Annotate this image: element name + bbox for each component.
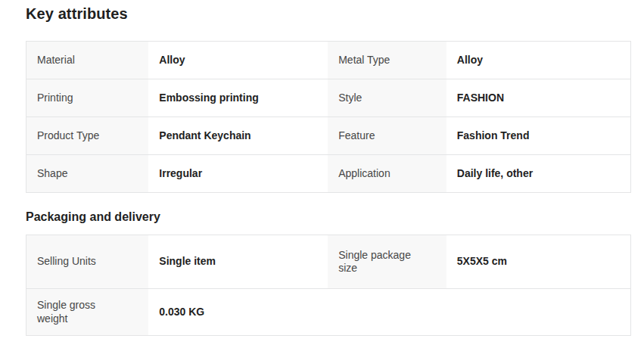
key-attributes-title: Key attributes [26, 5, 644, 23]
attribute-value: Daily life, other [446, 155, 631, 193]
table-row: Shape Irregular Application Daily life, … [26, 155, 631, 193]
attribute-value: 5X5X5 cm [446, 235, 631, 289]
product-attributes-section: Key attributes Material Alloy Metal Type… [26, 5, 644, 336]
attribute-value: Fashion Trend [446, 117, 631, 155]
attribute-label: Printing [26, 79, 149, 117]
attribute-value: 0.030 KG [148, 289, 630, 336]
attribute-label: Material [26, 42, 149, 79]
attribute-value: Irregular [148, 155, 328, 193]
packaging-table: Selling Units Single item Single package… [26, 235, 631, 336]
table-row: Product Type Pendant Keychain Feature Fa… [26, 117, 631, 155]
table-row: Material Alloy Metal Type Alloy [26, 42, 631, 79]
attribute-label: Shape [26, 155, 149, 193]
attribute-label: Single gross weight [26, 289, 149, 336]
attribute-value: Embossing printing [148, 79, 328, 117]
key-attributes-table: Material Alloy Metal Type Alloy Printing… [26, 41, 631, 193]
attribute-value: FASHION [446, 79, 631, 117]
attribute-label: Application [328, 155, 446, 193]
attribute-label: Product Type [26, 117, 149, 155]
table-row: Selling Units Single item Single package… [26, 235, 631, 289]
attribute-label: Selling Units [26, 235, 149, 289]
table-row: Single gross weight 0.030 KG [26, 289, 631, 336]
attribute-value: Single item [148, 235, 328, 289]
packaging-title: Packaging and delivery [26, 210, 644, 225]
attribute-label: Single package size [328, 235, 446, 289]
attribute-value: Alloy [446, 42, 631, 79]
attribute-value: Pendant Keychain [148, 117, 328, 155]
attribute-label: Feature [328, 117, 446, 155]
attribute-value: Alloy [148, 42, 328, 79]
attribute-label: Style [328, 79, 446, 117]
table-row: Printing Embossing printing Style FASHIO… [26, 79, 631, 117]
attribute-label: Metal Type [328, 42, 446, 79]
